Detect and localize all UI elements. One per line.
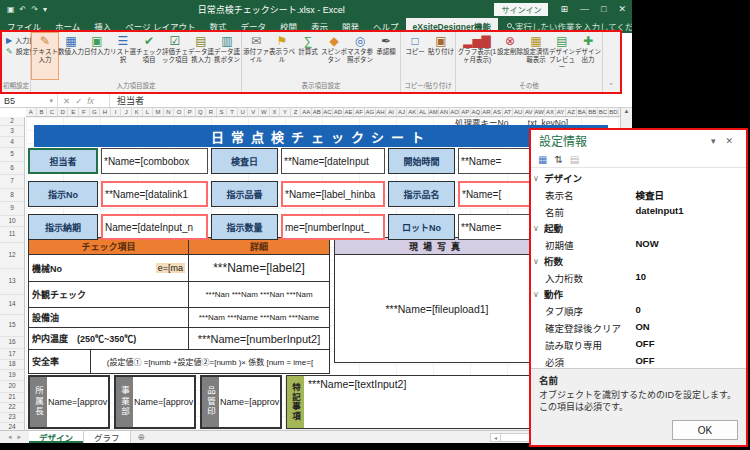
property-category[interactable]: ∨起動 — [531, 220, 746, 236]
column-header[interactable]: U — [238, 108, 249, 116]
name-box-dropdown-icon[interactable]: ▾ — [49, 97, 53, 105]
column-header[interactable]: J — [121, 108, 132, 116]
approval-field[interactable]: Name=[approv — [47, 377, 108, 427]
column-header[interactable]: AK — [407, 108, 418, 116]
property-row[interactable]: 必須OFF — [531, 353, 746, 368]
cancel-icon[interactable]: ✕ — [63, 96, 70, 106]
property-value[interactable]: 0 — [635, 304, 640, 318]
ribbon-button-data-link-input[interactable]: ▤データ連携入力 — [188, 33, 214, 79]
column-header[interactable]: AZ — [566, 108, 577, 116]
ribbon-button-formula[interactable]: ∑計算式 — [295, 33, 321, 79]
row-header[interactable]: 6 — [0, 162, 24, 175]
column-header[interactable]: S — [217, 108, 228, 116]
column-header[interactable]: Y — [280, 108, 291, 116]
property-value[interactable]: dateInput1 — [635, 205, 683, 219]
column-header[interactable]: X — [270, 108, 281, 116]
signin-button[interactable]: サインイン — [494, 3, 548, 16]
approval-field[interactable]: Name=[approv — [133, 377, 194, 427]
column-header[interactable]: Q — [196, 108, 207, 116]
check-item-field[interactable]: ***Nam ***Name ***Nam ***Name — [189, 308, 329, 327]
column-header[interactable]: R — [206, 108, 217, 116]
ok-button[interactable]: OK — [672, 420, 738, 440]
row-header[interactable]: 7 — [0, 175, 24, 189]
ribbon-options-icon[interactable]: ⊞ — [554, 4, 574, 14]
ribbon-button-number-input[interactable]: ▦数値入力 — [58, 33, 84, 79]
column-header[interactable]: F — [79, 108, 90, 116]
categorized-view-icon[interactable]: ▦ — [538, 154, 547, 165]
save-icon[interactable]: ▣ — [7, 5, 15, 14]
property-value[interactable]: 検査日 — [635, 188, 664, 202]
property-category[interactable]: ∨桁数 — [531, 253, 746, 269]
form-field[interactable]: **Name=[dateInput — [281, 148, 385, 174]
property-value[interactable]: ON — [635, 321, 649, 335]
column-header[interactable]: AG — [365, 108, 376, 116]
sheet-tab-グラフ[interactable]: グラフ — [84, 431, 131, 443]
ribbon-button-design-preview[interactable]: ▤デザインプレビュー — [549, 33, 575, 79]
row-header[interactable]: 4 — [0, 137, 24, 148]
ribbon-button-graph-display[interactable]: ▂▅▇グラフ表示(1ヶ月表示) — [457, 33, 497, 79]
column-header[interactable]: V — [248, 108, 259, 116]
ribbon-button-start-input-setting[interactable]: ▶入力設定開始 — [3, 36, 29, 45]
column-header[interactable]: BD — [609, 108, 620, 116]
row-header[interactable]: 20 — [0, 381, 24, 393]
column-header[interactable]: C — [47, 108, 58, 116]
column-header[interactable]: K — [132, 108, 143, 116]
formula-value[interactable]: 担当者 — [110, 94, 144, 107]
property-category[interactable]: ∨動作 — [531, 286, 746, 302]
row-header[interactable]: 22 — [0, 403, 24, 413]
name-box[interactable]: B5 ▾ — [0, 94, 58, 107]
column-header[interactable]: T — [227, 108, 238, 116]
row-header[interactable]: 18 — [0, 360, 24, 370]
maximize-icon[interactable]: □ — [595, 4, 612, 14]
column-header[interactable]: AD — [333, 108, 344, 116]
column-header[interactable]: N — [164, 108, 175, 116]
property-row[interactable]: タブ順序0 — [531, 302, 746, 319]
ribbon-button-master-ref-button[interactable]: ◎マスタ参照ボタン — [347, 33, 373, 79]
property-value[interactable]: NOW — [635, 238, 658, 252]
column-header[interactable]: AC — [323, 108, 334, 116]
form-field[interactable]: *Name=[label_hinba — [281, 181, 385, 207]
row-header[interactable]: 2 — [0, 117, 24, 126]
row-header[interactable]: 23 — [0, 413, 24, 423]
column-header[interactable]: A — [26, 108, 37, 116]
row-header[interactable]: 24 — [0, 423, 24, 430]
column-header[interactable]: D — [58, 108, 69, 116]
column-header[interactable]: AN — [439, 108, 450, 116]
column-header[interactable]: B — [37, 108, 48, 116]
ribbon-button-approval-column[interactable]: ✒承認欄 — [373, 33, 399, 79]
ribbon-button-copy[interactable]: □コピー — [402, 33, 428, 79]
column-header[interactable]: M — [153, 108, 164, 116]
scroll-up-icon[interactable]: ▲ — [624, 108, 630, 114]
property-grid[interactable]: ∨デザイン表示名検査日名前dateInput1∨起動初期値NOW∨桁数入力桁数1… — [531, 168, 746, 368]
column-header[interactable]: AH — [376, 108, 387, 116]
ribbon-button-text-input[interactable]: ✎テキスト入力 — [32, 33, 58, 79]
property-value[interactable]: OFF — [635, 355, 654, 368]
property-row[interactable]: 表示名検査日 — [531, 186, 746, 203]
column-header[interactable]: H — [100, 108, 111, 116]
panel-dropdown-icon[interactable]: ▾ — [706, 136, 721, 146]
ribbon-button-display-label[interactable]: ⚑表示ラベル — [269, 33, 295, 79]
column-header[interactable]: AS — [492, 108, 503, 116]
check-item-field[interactable]: (設定値① =[numb +設定値②=[numb )× 係数 [num = im… — [91, 350, 329, 373]
column-header[interactable]: AV — [524, 108, 535, 116]
ribbon-button-check-item[interactable]: ✔チェック項目 — [136, 33, 162, 79]
row-header[interactable]: 16 — [0, 337, 24, 349]
property-row[interactable]: 入力桁数10 — [531, 269, 746, 286]
column-header[interactable]: AP — [460, 108, 471, 116]
column-header[interactable]: L — [143, 108, 154, 116]
column-header[interactable]: AQ — [471, 108, 482, 116]
property-value[interactable]: OFF — [635, 338, 654, 352]
scroll-left-icon[interactable]: ◂ — [491, 434, 501, 441]
column-header[interactable]: I — [111, 108, 122, 116]
property-row[interactable]: 読み取り専用OFF — [531, 336, 746, 353]
row-header[interactable]: 19 — [0, 370, 24, 381]
row-header[interactable]: 14 — [0, 295, 24, 315]
ribbon-button-design-output[interactable]: ✚デザイン出力 — [575, 33, 601, 79]
column-header[interactable]: O — [174, 108, 185, 116]
column-header[interactable]: E — [68, 108, 79, 116]
property-value[interactable]: 10 — [635, 271, 646, 285]
property-row[interactable]: 確定登録後クリアON — [531, 319, 746, 336]
row-header[interactable]: 12 — [0, 243, 24, 269]
column-header[interactable]: P — [185, 108, 196, 116]
column-header[interactable]: AM — [429, 108, 440, 116]
